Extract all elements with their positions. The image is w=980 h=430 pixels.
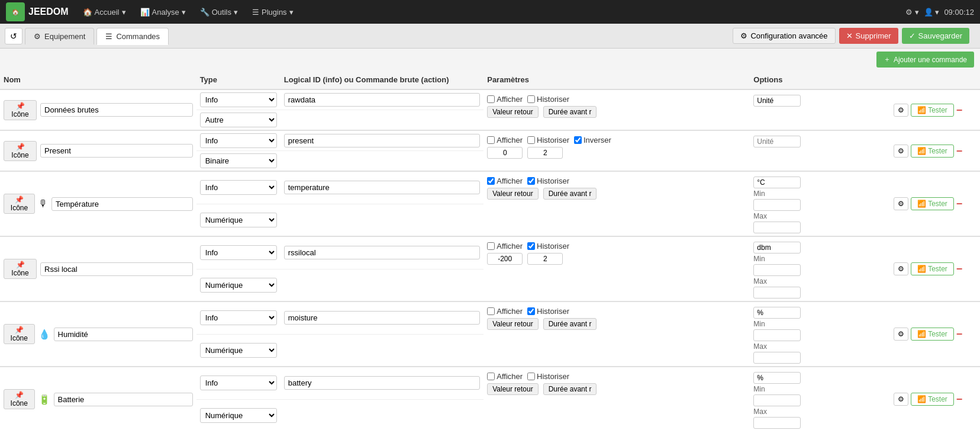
sauvegarder-button[interactable]: ✓ Sauvegarder	[902, 28, 969, 44]
icone-button[interactable]: 📌 Icône	[4, 324, 35, 344]
remove-button[interactable]: −	[956, 329, 963, 339]
max-input[interactable]	[753, 287, 801, 299]
remove-button[interactable]: −	[956, 105, 963, 115]
tab-commandes[interactable]: ☰ Commandes	[96, 28, 169, 45]
valeur-retour-button[interactable]: Valeur retour	[487, 188, 538, 200]
unite-input[interactable]	[753, 307, 801, 319]
tester-button[interactable]: 📶 Tester	[911, 197, 954, 210]
supprimer-button[interactable]: ✕ Supprimer	[839, 28, 898, 44]
tester-button[interactable]: 📶 Tester	[911, 328, 954, 341]
historiser-checkbox[interactable]	[527, 136, 535, 144]
unite-input[interactable]	[753, 136, 801, 147]
duree-avant-button[interactable]: Durée avant r	[543, 188, 597, 200]
afficher-checkbox[interactable]	[487, 242, 495, 250]
max-input[interactable]	[753, 222, 801, 233]
tester-button[interactable]: 📶 Tester	[911, 145, 954, 158]
settings-icon[interactable]: ⚙ ▾	[905, 8, 919, 17]
ajouter-commande-button[interactable]: ＋ Ajouter une commande	[876, 52, 974, 68]
valeur-retour-button[interactable]: Valeur retour	[487, 318, 538, 330]
gear-button[interactable]: ⚙	[894, 145, 908, 158]
type2-select[interactable]: Autre Binaire Numérique Chaîne	[200, 113, 277, 127]
remove-button[interactable]: −	[956, 264, 963, 274]
remove-button[interactable]: −	[956, 146, 963, 156]
type2-select[interactable]: Autre Binaire Numérique Chaîne	[200, 408, 277, 423]
min-input[interactable]	[753, 394, 801, 406]
valeur-retour-button[interactable]: Valeur retour	[487, 106, 538, 118]
icone-button[interactable]: 📌 Icône	[4, 194, 35, 214]
tab-equipement[interactable]: ⚙ Equipement	[25, 28, 94, 44]
icone-button[interactable]: 📌 Icône	[4, 259, 37, 279]
logical-input[interactable]	[284, 246, 480, 259]
type1-select[interactable]: Info Action	[200, 376, 277, 390]
unite-input[interactable]	[753, 372, 801, 384]
historiser-checkbox[interactable]	[527, 95, 535, 103]
duree-avant-button[interactable]: Durée avant r	[543, 318, 597, 330]
remove-button[interactable]: −	[956, 394, 963, 405]
type1-select[interactable]: Info Action	[200, 92, 277, 107]
historiser-checkbox[interactable]	[527, 242, 535, 250]
afficher-checkbox[interactable]	[487, 373, 495, 380]
max-input[interactable]	[753, 352, 801, 364]
type1-select[interactable]: Info Action	[200, 133, 277, 148]
user-icon[interactable]: 👤 ▾	[924, 8, 940, 17]
min-input[interactable]	[753, 329, 801, 341]
unite-input[interactable]	[753, 177, 801, 188]
min-input[interactable]	[753, 264, 801, 276]
type2-select[interactable]: Autre Binaire Numérique Chaîne	[200, 343, 277, 358]
historiser-checkbox[interactable]	[527, 177, 535, 185]
type1-select[interactable]: Info Action	[200, 180, 277, 195]
historiser-checkbox[interactable]	[527, 307, 535, 315]
afficher-checkbox[interactable]	[487, 177, 495, 185]
nav-analyse[interactable]: 📊 Analyse ▾	[134, 0, 192, 24]
remove-button[interactable]: −	[956, 198, 963, 209]
num2-input[interactable]	[527, 147, 563, 159]
nav-plugins[interactable]: ☰ Plugins ▾	[246, 0, 299, 24]
afficher-checkbox[interactable]	[487, 95, 495, 103]
gear-button[interactable]: ⚙	[894, 393, 908, 406]
nav-accueil[interactable]: 🏠 Accueil ▾	[77, 0, 132, 24]
tester-button[interactable]: 📶 Tester	[911, 262, 954, 275]
gear-button[interactable]: ⚙	[894, 104, 908, 117]
max-input[interactable]	[753, 417, 801, 429]
type1-select[interactable]: Info Action	[200, 245, 277, 260]
tester-button[interactable]: 📶 Tester	[911, 393, 954, 406]
valeur-retour-button[interactable]: Valeur retour	[487, 383, 538, 395]
num2-input[interactable]	[527, 253, 563, 265]
name-input[interactable]	[40, 103, 193, 117]
type2-select[interactable]: Autre Binaire Numérique Chaîne	[200, 278, 277, 293]
name-input[interactable]	[54, 393, 193, 406]
icone-button[interactable]: 📌 Icône	[4, 141, 37, 161]
inverser-checkbox[interactable]	[574, 136, 582, 144]
type2-select[interactable]: Autre Binaire Numérique Chaîne	[200, 213, 277, 227]
logical-input[interactable]	[284, 181, 480, 194]
name-input[interactable]	[54, 328, 193, 341]
gear-button[interactable]: ⚙	[894, 197, 908, 210]
unite-input[interactable]	[753, 95, 801, 107]
num1-input[interactable]	[487, 147, 523, 159]
afficher-checkbox[interactable]	[487, 307, 495, 315]
config-avancee-button[interactable]: ⚙ Configuration avancée	[733, 28, 835, 44]
num1-input[interactable]	[487, 253, 523, 265]
gear-button[interactable]: ⚙	[894, 328, 908, 341]
gear-button[interactable]: ⚙	[894, 262, 908, 275]
back-button[interactable]: ↺	[5, 28, 22, 44]
logical-input[interactable]	[284, 93, 480, 107]
logical-input[interactable]	[284, 134, 480, 147]
unite-input[interactable]	[753, 242, 801, 253]
duree-avant-button[interactable]: Durée avant r	[543, 383, 597, 395]
duree-avant-button[interactable]: Durée avant r	[543, 106, 597, 118]
type2-select[interactable]: Autre Binaire Numérique Chaîne	[200, 153, 277, 168]
nav-outils[interactable]: 🔧 Outils ▾	[194, 0, 244, 24]
type1-select[interactable]: Info Action	[200, 310, 277, 325]
logical-input[interactable]	[284, 311, 480, 325]
historiser-checkbox[interactable]	[527, 373, 535, 380]
logical-input[interactable]	[284, 376, 480, 390]
afficher-checkbox[interactable]	[487, 136, 495, 144]
tester-button[interactable]: 📶 Tester	[911, 104, 954, 117]
name-input[interactable]	[40, 262, 193, 276]
name-input[interactable]	[51, 197, 193, 211]
min-input[interactable]	[753, 199, 801, 211]
icone-button[interactable]: 📌 Icône	[4, 389, 35, 409]
icone-button[interactable]: 📌 Icône	[4, 100, 37, 120]
name-input[interactable]	[40, 144, 193, 158]
